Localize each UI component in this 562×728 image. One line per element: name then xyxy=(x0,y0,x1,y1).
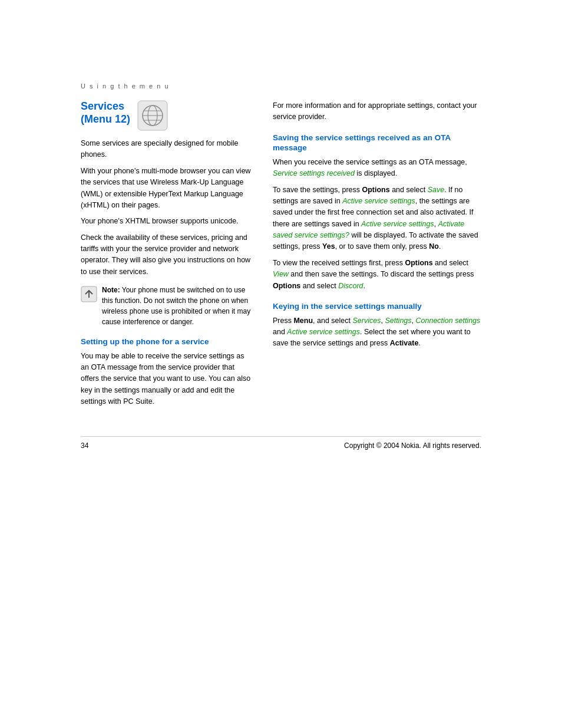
section-label: U s i n g t h e m e n u xyxy=(81,83,481,90)
intro-para: For more information and for appropriate… xyxy=(273,100,481,123)
italic-services: Services xyxy=(352,317,381,325)
keying-comma2: , xyxy=(412,317,416,325)
para3: Your phone's XHTML browser supports unic… xyxy=(81,216,252,227)
ota-view-post: and then save the settings. To discard t… xyxy=(289,270,474,278)
italic-discord: Discord xyxy=(338,282,363,290)
keying-para: Press Menu, and select Services, Setting… xyxy=(273,315,481,350)
ota-end: . xyxy=(439,242,441,251)
ota-italic1: Service settings received xyxy=(273,169,355,177)
page-footer: 34 Copyright © 2004 Nokia. All rights re… xyxy=(81,436,481,450)
ota-view-end: . xyxy=(363,282,365,290)
ota-title: Saving the service settings received as … xyxy=(273,133,481,153)
keying-title: Keying in the service settings manually xyxy=(273,301,481,312)
italic-connection: Connection settings xyxy=(416,317,481,325)
ota-post4: , or to save them only, press xyxy=(335,242,429,251)
keying-end: . xyxy=(418,339,420,347)
italic-active2: Active service settings xyxy=(361,220,434,228)
keying-and: and xyxy=(273,328,287,336)
note-body: Your phone must be switched on to use th… xyxy=(102,286,250,326)
right-column: For more information and for appropriate… xyxy=(273,100,481,413)
copyright: Copyright © 2004 Nokia. All rights reser… xyxy=(344,442,481,450)
para2: With your phone's multi-mode browser you… xyxy=(81,166,252,212)
bold-activate: Activate xyxy=(390,339,419,347)
ota-para1: When you receive the service settings as… xyxy=(273,157,481,180)
ota-comma: , xyxy=(434,220,438,228)
ota-para3: To view the received settings first, pre… xyxy=(273,258,481,292)
note-content: Note: Your phone must be switched on to … xyxy=(102,285,252,327)
page-number: 34 xyxy=(81,442,88,450)
setup-title: Setting up the phone for a service xyxy=(81,337,252,347)
section-title-block: Services (Menu 12) xyxy=(81,100,252,131)
bold-options2: Options xyxy=(405,259,432,267)
bold-options3: Options xyxy=(273,282,300,290)
italic-active3: Active service settings xyxy=(287,328,360,336)
left-column: Services (Menu 12) Some services are spe… xyxy=(81,100,252,413)
italic-save: Save xyxy=(428,186,445,194)
section-title: Services (Menu 12) xyxy=(81,100,130,126)
italic-view: View xyxy=(273,270,289,278)
setup-para: You may be able to receive the service s… xyxy=(81,351,252,408)
keying-press: Press xyxy=(273,317,293,325)
para4: Check the availability of these services… xyxy=(81,232,252,278)
bold-no: No xyxy=(429,242,439,251)
keying-select: , and select xyxy=(313,317,352,325)
globe-icon xyxy=(137,100,168,131)
ota-text1: When you receive the service settings as… xyxy=(273,158,467,166)
note-icon xyxy=(81,286,97,302)
note-label: Note: xyxy=(102,286,120,294)
ota-save-pre: To save the settings, press xyxy=(273,186,362,194)
page: U s i n g t h e m e n u Services (Menu 1… xyxy=(0,0,562,728)
bold-options1: Options xyxy=(362,186,389,194)
para1: Some services are specially designed for… xyxy=(81,138,252,161)
ota-text1b: is displayed. xyxy=(356,169,397,177)
bold-yes: Yes xyxy=(322,242,335,251)
ota-view-post2: and select xyxy=(300,282,338,290)
two-column-layout: Services (Menu 12) Some services are spe… xyxy=(81,100,481,413)
italic-settings: Settings xyxy=(385,317,411,325)
ota-view-mid: and select xyxy=(433,259,468,267)
italic-active1: Active service settings xyxy=(342,197,415,205)
note-box: Note: Your phone must be switched on to … xyxy=(81,285,252,327)
ota-save-mid: and select xyxy=(390,186,428,194)
bold-menu: Menu xyxy=(293,317,313,325)
ota-para2: To save the settings, press Options and … xyxy=(273,185,481,253)
ota-view-pre: To view the received settings first, pre… xyxy=(273,259,405,267)
